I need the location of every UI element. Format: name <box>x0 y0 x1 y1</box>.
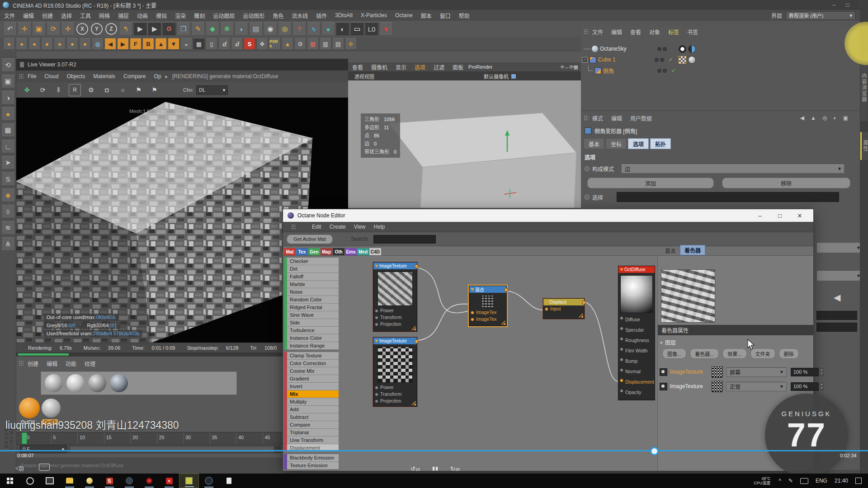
node-header[interactable]: Displace <box>543 299 584 305</box>
object-manager-menu-item[interactable]: 编辑 <box>607 28 626 36</box>
history-icon[interactable]: ⟲ <box>1 58 15 72</box>
cube-primitive-icon[interactable]: ❒ <box>177 22 190 36</box>
app-menu-item[interactable]: 角色 <box>269 12 288 19</box>
input-port[interactable]: Bump <box>618 356 655 366</box>
input-port[interactable]: Power <box>373 384 417 391</box>
attribute-nav-icon[interactable]: ◎ <box>822 115 827 121</box>
attribute-menu-item[interactable]: 用户数据 <box>626 114 656 122</box>
input-port[interactable]: Roughness <box>618 335 655 346</box>
attribute-nav-icon[interactable]: ◀ <box>800 115 804 121</box>
explorer-icon[interactable] <box>60 474 80 488</box>
node-type-item[interactable]: Noise <box>287 288 339 296</box>
mograph-icon[interactable]: ❋ <box>220 22 234 36</box>
node-type-item[interactable]: Invert <box>287 383 339 390</box>
maximize-button[interactable]: □ <box>841 2 854 8</box>
polygon-mode-icon[interactable]: ▦ <box>1 123 15 137</box>
search-button[interactable] <box>20 474 40 488</box>
resize-handle-icon[interactable] <box>579 314 583 318</box>
viewport-menu-item[interactable]: 面板 <box>448 63 467 71</box>
minimize-button[interactable]: – <box>827 2 841 8</box>
caption-icon[interactable]: ··· <box>39 464 50 471</box>
input-port[interactable]: Opacity <box>618 387 655 398</box>
notification-icon[interactable] <box>855 478 862 484</box>
object-manager-menu-item[interactable]: 对象 <box>645 28 664 36</box>
object-manager-menu-item[interactable]: 查看 <box>626 28 645 36</box>
output-socket[interactable] <box>415 264 419 268</box>
red-grid-icon[interactable]: ▦ <box>307 38 319 50</box>
tab-attributes[interactable]: 属性 <box>860 132 868 160</box>
down-icon[interactable]: ▼ <box>168 38 179 50</box>
lock-resolution-icon[interactable]: ◘ <box>101 84 113 96</box>
app-menu-item[interactable]: 文件 <box>0 12 19 19</box>
app-menu-item[interactable]: 帮助 <box>455 12 474 19</box>
resize-handle-icon[interactable] <box>501 321 505 325</box>
enabled-check-icon[interactable]: ✓ <box>669 56 673 63</box>
layer-opacity-field[interactable]: 100 % <box>791 368 819 376</box>
app-menu-item[interactable]: 窗口 <box>436 12 455 19</box>
node-type-item[interactable]: Add <box>287 406 339 413</box>
maximize-button[interactable]: □ <box>770 212 790 219</box>
attribute-nav-icon[interactable]: ▣ <box>843 115 848 121</box>
live-viewer-menu-item[interactable]: Objects <box>63 73 90 80</box>
app-menu-item[interactable]: X-Particles <box>357 12 391 19</box>
timeline-playhead[interactable] <box>22 432 27 444</box>
pause-video-icon[interactable]: ▮▮ <box>432 465 439 471</box>
live-viewer-menu-item[interactable]: Cloud <box>40 73 62 80</box>
node-graph-canvas[interactable]: ImageTexture PowerTransformProjection Im… <box>339 256 657 471</box>
layer-row-1[interactable]: ImageTexture 屏幕 ▾ 100 % ▴▾ <box>660 366 812 378</box>
visibility-dot[interactable] <box>657 47 661 51</box>
node-header[interactable]: OctDiffuse <box>618 266 655 273</box>
app-menu-item[interactable]: 运动图形 <box>239 12 269 19</box>
node-category-tab[interactable]: Oth <box>333 248 344 255</box>
node-type-item[interactable]: Falloff <box>287 273 339 281</box>
octane-sky-tag-icon[interactable] <box>679 45 686 53</box>
material-preview-sphere[interactable] <box>66 374 85 392</box>
scale-tool-icon[interactable]: ▣ <box>32 22 46 36</box>
texture-tag-icon[interactable] <box>679 56 686 64</box>
z-axis-lock-icon[interactable]: Z <box>105 23 117 35</box>
live-viewer-menu-item[interactable]: Compare <box>119 73 150 80</box>
input-port[interactable]: Projection <box>373 321 417 328</box>
input-port[interactable]: Projection <box>373 398 417 404</box>
node-imagetexture-2[interactable]: ImageTexture PowerTransformProjection <box>373 337 417 407</box>
node-type-item[interactable]: Uvw Transform <box>287 436 339 444</box>
viewport-menu-item[interactable]: 选项 <box>410 63 429 71</box>
axis-icon[interactable]: ✥ <box>256 38 268 50</box>
node-type-item[interactable]: Dirt <box>287 265 339 273</box>
render-view-icon[interactable]: ▶ <box>133 22 147 36</box>
visibility-dot[interactable] <box>663 47 667 51</box>
layer-action-button[interactable]: 效果... <box>722 348 746 359</box>
octane-sphere-icon[interactable]: ● <box>321 22 335 36</box>
input-port[interactable]: Displacement <box>618 377 655 387</box>
app-menu-item[interactable]: 捕捉 <box>114 12 133 19</box>
enabled-check-icon[interactable]: ✓ <box>671 67 676 74</box>
app-menu-item[interactable]: 模拟 <box>152 12 171 19</box>
app-menu-item[interactable]: 插件 <box>312 12 331 19</box>
node-category-tab[interactable]: Med <box>357 248 369 255</box>
node-octdiffuse[interactable]: OctDiffuse DiffuseSpecularRoughnessFilm … <box>618 266 655 400</box>
points-mode-icon[interactable]: ● <box>1 107 15 121</box>
key-radio[interactable] <box>585 195 590 200</box>
layer-action-button[interactable]: 着色器... <box>690 348 719 359</box>
snap-icon[interactable]: S <box>1 172 15 186</box>
region-icon[interactable]: R <box>69 84 81 96</box>
node-type-item[interactable]: Instance Color <box>287 334 339 342</box>
octane-display-icon[interactable]: ▭ <box>350 22 364 36</box>
draft-d1-icon[interactable]: d <box>218 38 230 50</box>
output-socket[interactable] <box>415 339 419 343</box>
collapse-left-icon[interactable]: ◀ <box>834 292 840 303</box>
notes-icon[interactable] <box>219 474 239 488</box>
get-active-mat-button[interactable]: Get Active Mat <box>287 235 333 244</box>
material-menu-item[interactable]: 编辑 <box>42 360 61 367</box>
visibility-dot[interactable] <box>660 58 664 62</box>
material-ball-icon[interactable]: ● <box>79 38 91 50</box>
node-type-item[interactable]: Gradient <box>287 375 339 383</box>
ball-icon[interactable]: ○ <box>117 84 128 96</box>
app-menu-item[interactable]: 3DtoAll <box>331 12 357 19</box>
node-category-tab[interactable]: Ems <box>345 248 357 255</box>
input-port[interactable]: Power <box>373 307 417 314</box>
channel-select[interactable]: DL ▾ <box>196 85 228 95</box>
pan-gizmo-icon[interactable]: ✛ <box>560 64 564 70</box>
app-menu-item[interactable]: 运动跟踪 <box>209 12 239 19</box>
substance-icon[interactable]: S <box>244 38 255 50</box>
